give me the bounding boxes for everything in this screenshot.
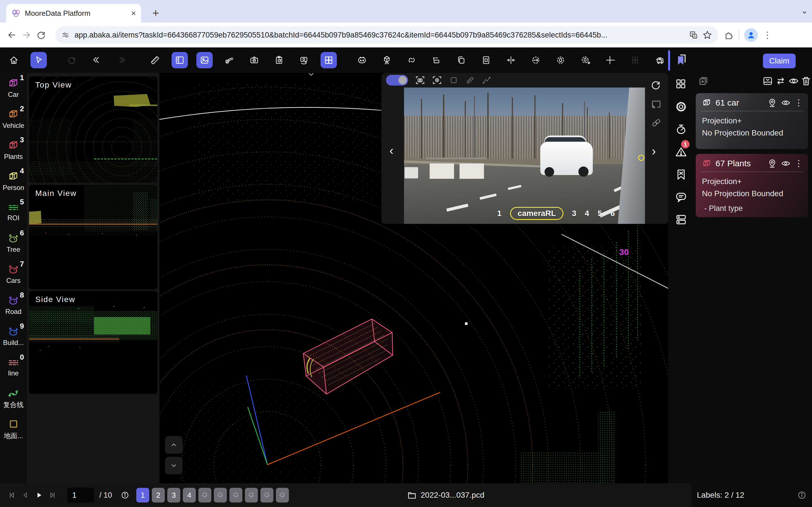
crosshair-button[interactable] [602,52,618,68]
camera-prev-button[interactable]: ‹ [389,144,393,158]
camera-tab-cameraRL[interactable]: cameraRL [510,207,563,220]
address-bar[interactable]: app.abaka.ai/items?taskId=664366877059eb… [55,26,718,44]
last-frame-button[interactable] [46,488,59,502]
frame-info-icon[interactable] [118,488,132,502]
first-frame-button[interactable] [5,488,19,502]
side-view-panel[interactable]: Side View [29,291,158,394]
layout-grid-icon[interactable] [675,78,686,89]
browser-tab[interactable]: MooreData Platform × [6,4,141,22]
copy-add-icon[interactable] [698,76,709,87]
camera-capture-button[interactable] [246,52,262,68]
back-button[interactable] [4,28,19,42]
grid-view-button[interactable] [320,52,337,68]
site-settings-icon[interactable] [62,31,70,39]
cast-icon[interactable] [651,99,662,110]
lidar-canvas[interactable]: 30 [160,73,691,483]
reload-button[interactable] [34,28,49,42]
cube-tripod-button[interactable] [379,52,395,68]
sidebar-item-build[interactable]: 9 Build... [0,321,27,352]
camera-swap-button[interactable] [296,52,312,68]
url-text[interactable]: app.abaka.ai/items?taskId=664366877059eb… [74,31,684,40]
chrome-menu-icon[interactable]: ⋮ [763,30,772,40]
info-icon[interactable] [797,491,806,500]
delete-trash-icon[interactable] [801,76,811,87]
sidebar-item-person[interactable]: 4 Person [0,166,27,197]
annotation-card-67-plants[interactable]: 67 Plants ⋮ Projection+ No Projection Bo… [696,154,808,217]
layers-stack-icon[interactable] [675,213,686,225]
camera-tab-4[interactable]: 4 [585,209,589,218]
camera-photo[interactable]: 1 cameraRL 3 4 5 6 [404,88,645,224]
projection-row[interactable]: Projection+ [702,115,802,127]
frame-thumb-loading[interactable] [260,488,273,503]
add-region-button[interactable] [577,52,594,68]
dashed-columns-button[interactable] [627,52,643,68]
focus-target-icon[interactable] [432,75,442,85]
home-button[interactable] [6,52,22,68]
undo-button[interactable] [88,52,105,68]
link-loop-button[interactable] [403,52,420,68]
measure-icon[interactable] [465,76,475,85]
frame-thumb-2[interactable]: 2 [152,488,165,503]
frame-number-input[interactable]: 1 [67,488,94,503]
locate-pin-icon[interactable] [767,159,777,168]
frame-thumb-loading[interactable] [276,488,289,503]
forward-button[interactable] [19,28,34,42]
frame-thumb-3[interactable]: 3 [167,488,180,503]
camera-next-button[interactable]: › [652,144,656,158]
fit-selection-button[interactable] [552,52,569,68]
current-file[interactable]: 2022-03...037.pcd [407,490,485,500]
sidebar-item-roi[interactable]: 5 ROI [0,197,27,228]
duplicate-button[interactable] [453,52,470,68]
frame-thumb-loading[interactable] [229,488,242,503]
open-box-button[interactable] [428,52,445,68]
camera-tab-1[interactable]: 1 [497,209,502,218]
reload-frame-button[interactable] [64,52,80,68]
claim-button[interactable]: Claim [763,54,796,68]
sidebar-item-road[interactable]: 8 Road [0,290,27,321]
comments-icon[interactable] [675,191,686,202]
bookmark-remove-icon[interactable] [675,168,686,179]
visibility-eye-icon[interactable] [788,76,799,87]
overlay-collapse-chevron-icon[interactable] [307,73,315,77]
image-panel-toggle-button[interactable] [196,52,213,68]
top-view-panel[interactable]: Top View [29,76,158,183]
tab-close-icon[interactable]: × [131,9,136,17]
sidebar-item-line[interactable]: 0 line [0,352,27,383]
visibility-eye-icon[interactable] [781,98,791,108]
link-icon[interactable] [651,117,662,128]
visibility-eye-icon[interactable] [781,159,791,168]
camera-refresh-icon[interactable] [650,79,662,91]
vehicle-crossing-button[interactable] [652,52,668,68]
locate-pin-icon[interactable] [767,98,777,108]
measure-ruler-button[interactable] [147,52,163,68]
projection-toggle[interactable] [386,75,408,86]
scroll-up-button[interactable] [165,436,183,454]
frame-thumb-loading[interactable] [245,488,258,503]
bookmark-star-icon[interactable] [702,30,712,40]
frame-thumb-4[interactable]: 4 [183,488,196,503]
capture-frame-icon[interactable] [415,75,425,85]
play-button[interactable] [32,488,46,502]
rect-select-icon[interactable] [449,76,458,85]
swap-transfer-icon[interactable] [775,76,786,87]
camera-tab-6[interactable]: 6 [611,209,615,218]
more-menu-icon[interactable]: ⋮ [795,98,803,108]
rotate-selection-button[interactable] [527,52,544,68]
frame-thumb-loading[interactable] [214,488,227,503]
archive-check-icon[interactable] [762,76,773,87]
translate-icon[interactable]: 文 A [689,31,698,40]
ai-robot-button[interactable] [354,52,370,68]
camera-tab-5[interactable]: 5 [598,209,602,218]
nested-box-button[interactable] [478,52,494,68]
clipboard-sync-button[interactable] [271,52,287,68]
more-menu-icon[interactable]: ⋮ [795,158,803,168]
sidebar-item-tree[interactable]: 6 Tree [0,228,27,259]
select-tool-button[interactable] [30,52,47,68]
frame-thumb-1[interactable]: 1 [136,488,149,503]
curve-lock-tool-button[interactable] [221,52,238,68]
snap-center-button[interactable] [503,52,519,68]
bookmarks-tab-icon[interactable] [675,54,686,65]
new-tab-button[interactable]: + [149,7,162,19]
projection-row[interactable]: Projection+ [702,175,802,187]
sidebar-item-ground[interactable]: 地面... [0,414,27,445]
